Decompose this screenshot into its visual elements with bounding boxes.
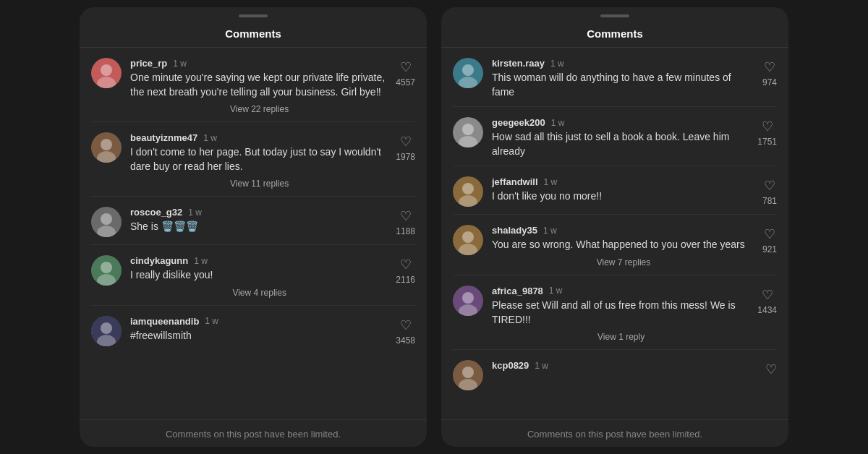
comment-text: You are so wrong. What happened to you o… (492, 238, 755, 252)
comment-text: She is 🗑️🗑️🗑️ (130, 220, 388, 234)
comment-meta: kcp08291 w (492, 360, 758, 371)
username[interactable]: price_rp (130, 58, 167, 69)
like-section: ♡1434 (757, 286, 777, 315)
like-section: ♡2116 (396, 255, 415, 285)
comment-item: price_rp1 wOne minute you're saying we k… (91, 48, 415, 122)
avatar (453, 176, 483, 207)
time-ago: 1 w (188, 207, 202, 218)
comment-body: jeffandwill1 wI don't like you no more!! (492, 176, 755, 204)
like-count: 974 (762, 77, 777, 87)
comment-body: beautyiznme471 wI don't come to her page… (130, 132, 388, 189)
like-section: ♡974 (762, 58, 777, 87)
svg-point-28 (462, 292, 474, 304)
username[interactable]: iamqueenandib (130, 316, 199, 327)
like-count: 1978 (396, 152, 415, 162)
username[interactable]: kirsten.raay (492, 58, 545, 69)
username[interactable]: cindykagunn (130, 255, 188, 266)
comment-body: shalady351 wYou are so wrong. What happe… (492, 225, 755, 267)
like-section: ♡1188 (396, 207, 415, 236)
comment-meta: beautyiznme471 w (130, 132, 388, 143)
comment-item: geegeek2001 wHow sad all this just to se… (453, 107, 777, 166)
comment-item: kirsten.raay1 wThis woman will do anythi… (453, 48, 777, 107)
heart-icon[interactable]: ♡ (762, 119, 773, 134)
time-ago: 1 w (205, 316, 218, 326)
comment-body: iamqueenandib1 w#freewillsmith (130, 316, 388, 343)
time-ago: 1 w (550, 59, 564, 69)
like-count: 1751 (757, 137, 777, 147)
comment-body: kirsten.raay1 wThis woman will do anythi… (492, 58, 755, 99)
comment-body: price_rp1 wOne minute you're saying we k… (130, 58, 388, 114)
svg-point-22 (462, 183, 474, 194)
svg-point-1 (101, 64, 112, 76)
heart-icon[interactable]: ♡ (400, 257, 412, 273)
avatar (91, 255, 122, 286)
comment-text: One minute you're saying we kept our pri… (130, 71, 388, 99)
view-replies[interactable]: View 7 replies (492, 257, 755, 267)
heart-icon[interactable]: ♡ (400, 59, 412, 75)
comment-text: Please set Will and all of us free from … (492, 299, 750, 327)
comment-meta: geegeek2001 w (492, 117, 750, 128)
username[interactable]: shalady35 (492, 225, 537, 236)
view-replies[interactable]: View 1 reply (492, 332, 750, 342)
like-section: ♡3458 (396, 316, 415, 346)
comment-text: I don't come to her page. But today just… (130, 145, 388, 174)
view-replies[interactable]: View 22 replies (130, 104, 388, 114)
svg-point-16 (462, 64, 474, 76)
username[interactable]: beautyiznme47 (130, 132, 197, 143)
time-ago: 1 w (543, 226, 557, 236)
comment-meta: roscoe_g321 w (130, 207, 388, 218)
username[interactable]: africa_9878 (492, 286, 543, 296)
right-panel: Comments kirsten.raay1 wThis woman will … (441, 7, 788, 447)
username[interactable]: geegeek200 (492, 117, 545, 128)
view-replies[interactable]: View 4 replies (130, 288, 388, 298)
comment-meta: shalady351 w (492, 225, 755, 236)
like-section: ♡4557 (396, 58, 415, 87)
left-comments-list: price_rp1 wOne minute you're saying we k… (80, 48, 427, 419)
comment-body: geegeek2001 wHow sad all this just to se… (492, 117, 750, 158)
comment-text: #freewillsmith (130, 329, 388, 343)
avatar (91, 316, 122, 346)
comment-item: roscoe_g321 wShe is 🗑️🗑️🗑️♡1188 (91, 197, 415, 245)
comment-item: africa_98781 wPlease set Will and all of… (453, 275, 777, 350)
view-replies[interactable]: View 11 replies (130, 179, 388, 189)
username[interactable]: jeffandwill (492, 176, 538, 187)
heart-icon[interactable]: ♡ (764, 226, 775, 242)
avatar (91, 207, 122, 237)
heart-icon[interactable]: ♡ (400, 208, 412, 224)
right-comments-list: kirsten.raay1 wThis woman will do anythi… (441, 48, 788, 419)
comment-meta: jeffandwill1 w (492, 176, 755, 187)
comment-text: I don't like you no more!! (492, 189, 755, 204)
comment-item: shalady351 wYou are so wrong. What happe… (453, 215, 777, 275)
left-panel: Comments price_rp1 wOne minute you're sa… (80, 7, 427, 447)
like-count: 781 (762, 196, 777, 206)
avatar (91, 132, 122, 163)
time-ago: 1 w (535, 361, 548, 371)
heart-icon[interactable]: ♡ (764, 178, 775, 194)
svg-point-19 (462, 124, 474, 135)
like-section: ♡781 (762, 176, 777, 206)
svg-point-13 (101, 322, 112, 334)
heart-icon[interactable]: ♡ (400, 134, 412, 150)
comment-body: cindykagunn1 wI really dislike you!View … (130, 255, 388, 298)
left-comments-header: Comments (80, 17, 427, 48)
heart-icon[interactable]: ♡ (762, 287, 773, 303)
heart-icon[interactable]: ♡ (765, 361, 777, 377)
time-ago: 1 w (549, 286, 563, 296)
comment-item: cindykagunn1 wI really dislike you!View … (91, 245, 415, 306)
comment-meta: price_rp1 w (130, 58, 388, 69)
avatar (453, 117, 483, 147)
comment-meta: cindykagunn1 w (130, 255, 388, 266)
like-count: 3458 (396, 335, 415, 346)
comment-item: jeffandwill1 wI don't like you no more!!… (453, 166, 777, 215)
svg-point-25 (462, 231, 474, 243)
comment-item: beautyiznme471 wI don't come to her page… (91, 122, 415, 197)
username[interactable]: kcp0829 (492, 360, 529, 371)
left-limited-notice: Comments on this post have been limited. (80, 419, 427, 447)
username[interactable]: roscoe_g32 (130, 207, 182, 218)
time-ago: 1 w (551, 118, 565, 128)
time-ago: 1 w (544, 177, 558, 187)
heart-icon[interactable]: ♡ (764, 59, 775, 75)
avatar (453, 286, 483, 316)
avatar (453, 360, 483, 390)
heart-icon[interactable]: ♡ (400, 317, 412, 333)
